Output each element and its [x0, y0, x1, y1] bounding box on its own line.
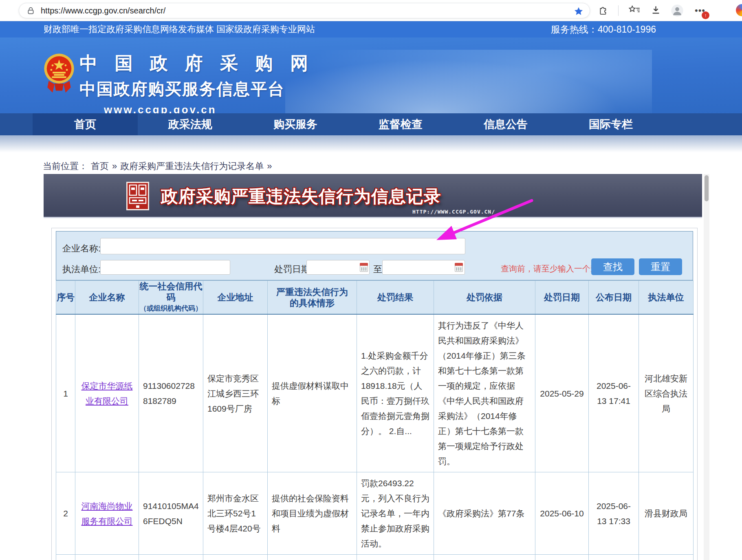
cell-address: 保定市竞秀区江城乡西三环1609号厂房 [203, 314, 268, 472]
enforcement-agency-label: 执法单位: [62, 263, 101, 276]
toolbar-divider [618, 5, 619, 16]
cell-no: 2 [56, 472, 75, 555]
header-address: 企业地址 [203, 281, 268, 315]
cell-code: 91410105MA46FEDQ5N [139, 472, 203, 555]
cell-code: 911306027288182789 [139, 314, 203, 472]
favorites-icon[interactable] [628, 4, 641, 17]
breadcrumb-separator: » [112, 161, 117, 171]
date-to-label: 至 [373, 263, 382, 276]
site-slogan: 财政部唯一指定政府采购信息网络发布媒体 国家级政府采购专业网站 [44, 23, 315, 35]
punish-date-to-input[interactable] [382, 260, 465, 275]
company-name-label: 企业名称: [62, 243, 101, 255]
cell-punish-date: 2025-05-29 [535, 314, 589, 472]
reset-button[interactable]: 重置 [639, 258, 682, 275]
breadcrumb-current: 政府采购严重违法失信行为记录名单 [120, 161, 264, 171]
banner-title: 政府采购严重违法失信行为信息记录 [161, 185, 441, 208]
header-result: 处罚结果 [357, 281, 434, 315]
cell-behavior: 提供的社会保险资料和项目业绩为虚假材料 [268, 472, 357, 555]
cell-punish-date: 2025-06-10 [535, 555, 589, 560]
site-subtitle: 中国政府购买服务信息平台 [79, 78, 312, 100]
bookmark-star-icon[interactable] [573, 6, 584, 17]
cell-publish-date: 2025-06-13 09:45 [589, 555, 639, 560]
banner-caption: HTTP://WWW.CCGP.GOV.CN/ [412, 209, 495, 215]
site-header: 中 国 政 府 采 购 网 中国政府购买服务信息平台 www.ccgp.gov.… [0, 37, 742, 113]
downloads-icon[interactable] [650, 4, 661, 17]
browser-menu-icon[interactable]: ••• ↑ [693, 4, 707, 18]
cell-publish-date: 2025-06-13 17:33 [589, 472, 639, 555]
table-row: 2 河南海尚物业服务有限公司 91410105MA46FEDQ5N 郑州市金水区… [56, 472, 694, 555]
cell-address: 淮阳县工业园区工业三路西腾飞路南 [203, 555, 268, 560]
cell-code: 91411626562465504T [139, 555, 203, 560]
cell-company: 河南良华科教设备股份有限公司 [75, 555, 139, 560]
company-name-input[interactable] [100, 238, 465, 254]
breadcrumb: 当前位置：首页»政府采购严重违法失信行为记录名单» [43, 160, 275, 172]
company-link[interactable]: 保定市华源纸业有限公司 [81, 381, 133, 406]
cell-address: 郑州市金水区北三环52号1号楼4层420号 [203, 472, 268, 555]
header-company-name: 企业名称 [75, 281, 139, 315]
cell-basis: 《政府采购法》第77条 [434, 472, 535, 555]
browser-chrome: https://www.ccgp.gov.cn/search/cr/ ••• ↑ [0, 0, 742, 21]
browser-logo-icon[interactable] [736, 4, 742, 16]
lock-icon[interactable] [26, 7, 35, 15]
header-credit-code: 统一社会信用代码（或组织机构代码） [139, 281, 203, 315]
company-link[interactable]: 河南海尚物业服务有限公司 [81, 501, 133, 526]
extensions-puzzle-icon[interactable] [598, 4, 609, 17]
header-behavior: 严重违法失信行为的具体情形 [268, 281, 357, 315]
cell-agency: 山西省财政厅 [639, 555, 694, 560]
site-url: www.ccgp.gov.cn [104, 104, 312, 113]
calendar-icon-from[interactable] [360, 263, 368, 272]
scrollbar-thumb[interactable] [705, 175, 709, 201]
seal-icon [126, 182, 149, 212]
content-panel: 企业名称: 执法单位: 处罚日期: 至 查询前，请至少输入一个查询条件 查找 重… [51, 228, 698, 560]
search-button[interactable]: 查找 [591, 258, 634, 275]
nav-item-supervision[interactable]: 监督检查 [348, 113, 453, 135]
nav-item-home[interactable]: 首页 [33, 113, 138, 135]
nav-item-announcements[interactable]: 信息公告 [453, 113, 558, 135]
cell-agency: 河北雄安新区综合执法局 [639, 314, 694, 472]
cell-result: 罚款26493.22元，列入不良行为记录名单，一年内禁止参加政府采购活动。 [357, 472, 434, 555]
table-row: 3 河南良华科教设备股份有限公司 91411626562465504T 淮阳县工… [56, 555, 694, 560]
header-basis: 处罚依据 [434, 281, 535, 315]
service-hotline: 服务热线：400-810-1996 [551, 23, 656, 36]
table-header-row: 序号 企业名称 统一社会信用代码（或组织机构代码） 企业地址 严重违法失信行为的… [56, 281, 694, 315]
nav-item-international[interactable]: 国际专栏 [558, 113, 663, 135]
breadcrumb-home-link[interactable]: 首页 [91, 161, 109, 171]
records-table: 序号 企业名称 统一社会信用代码（或组织机构代码） 企业地址 严重违法失信行为的… [56, 280, 694, 560]
records-banner: 政府采购严重违法失信行为信息记录 HTTP://WWW.CCGP.GOV.CN/ [44, 174, 702, 218]
cell-behavior: 提供虚假材料谋取中标 [268, 314, 357, 472]
header-agency: 执法单位 [639, 281, 694, 315]
main-nav: 首页 政采法规 购买服务 监督检查 信息公告 国际专栏 [0, 113, 742, 135]
search-form: 企业名称: 执法单位: 处罚日期: 至 查询前，请至少输入一个查询条件 查找 重… [56, 231, 693, 280]
address-bar[interactable]: https://www.ccgp.gov.cn/search/cr/ [19, 3, 590, 18]
nav-item-purchase-services[interactable]: 购买服务 [243, 113, 348, 135]
cell-result: 1.处采购金额千分之六的罚款，计18918.18元（人民币：壹万捌仟玖佰壹拾捌元… [357, 314, 434, 472]
breadcrumb-trailing-separator: » [267, 161, 272, 171]
header-punish-date: 处罚日期 [535, 281, 589, 315]
table-row: 1 保定市华源纸业有限公司 911306027288182789 保定市竞秀区江… [56, 314, 694, 472]
calendar-icon-to[interactable] [455, 263, 463, 272]
cell-company: 保定市华源纸业有限公司 [75, 314, 139, 472]
enforcement-agency-input[interactable] [100, 260, 230, 275]
cell-no: 3 [56, 555, 75, 560]
cell-no: 1 [56, 314, 75, 472]
profile-avatar[interactable] [671, 4, 684, 17]
cell-basis: 其行为违反了《中华人民共和国政府采购法》（2014年修正）第三条和第七十七条第一… [434, 314, 535, 472]
scrollbar-track[interactable] [704, 174, 709, 560]
site-title-block: 中 国 政 府 采 购 网 中国政府购买服务信息平台 www.ccgp.gov.… [79, 51, 312, 113]
cell-agency: 滑县财政局 [639, 472, 694, 555]
cell-punish-date: 2025-06-10 [535, 472, 589, 555]
nav-item-regulations[interactable]: 政采法规 [138, 113, 243, 135]
header-publish-date: 公布日期 [589, 281, 639, 315]
update-badge-icon: ↑ [702, 11, 709, 19]
cell-result: 处以该项目采购金额2083608.4元千分之五即10418.042元的罚款，列入… [357, 555, 434, 560]
cell-behavior: 提供虚假材料谋取成交 [268, 555, 357, 560]
cell-company: 河南海尚物业服务有限公司 [75, 472, 139, 555]
breadcrumb-prefix: 当前位置： [43, 161, 88, 171]
national-emblem-logo [43, 53, 75, 96]
cell-basis: 《中华人民共和国政府采购法》第七十七条第一款第（一）项之规定 [434, 555, 535, 560]
site-title: 中 国 政 府 采 购 网 [79, 51, 312, 75]
url-text[interactable]: https://www.ccgp.gov.cn/search/cr/ [41, 6, 165, 15]
site-topbar: 财政部唯一指定政府采购信息网络发布媒体 国家级政府采购专业网站 服务热线：400… [0, 21, 742, 37]
browser-toolbar: ••• ↑ [598, 0, 707, 21]
header-no: 序号 [56, 281, 75, 315]
